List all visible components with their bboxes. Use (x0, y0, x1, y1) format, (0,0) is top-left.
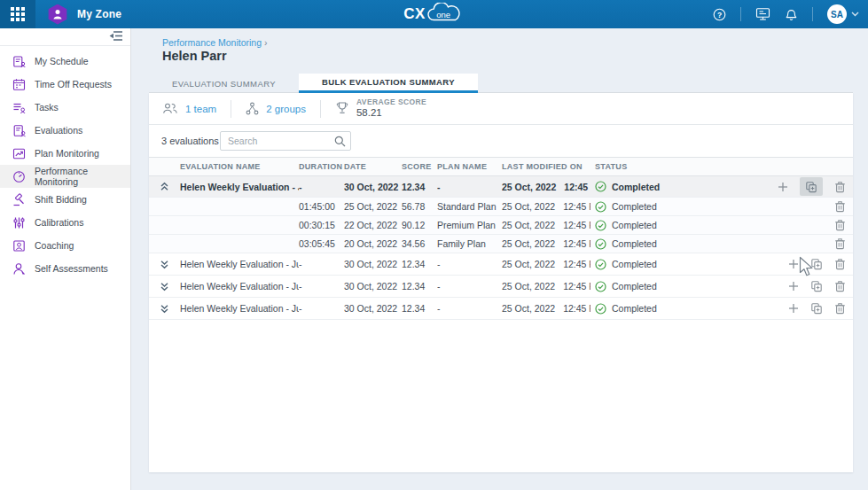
app-launcher-grid-icon (11, 7, 25, 21)
trophy-icon (335, 101, 349, 115)
copy-evaluation-button[interactable] (810, 302, 823, 315)
summary-stats: 1 team 2 groups (149, 93, 853, 125)
trash-icon (834, 302, 846, 315)
col-score: SCORE (402, 162, 437, 171)
table-subrow[interactable]: 00:30:15 22 Oct, 2022 90.12 Premium Plan… (149, 216, 853, 235)
plus-icon (778, 182, 788, 192)
sidebar-item-plan-monitoring[interactable]: Plan Monitoring (0, 142, 130, 165)
expand-row-icon[interactable] (149, 282, 180, 292)
sidebar-item-tasks[interactable]: Tasks (0, 96, 130, 119)
logo-one-text: one (436, 10, 450, 19)
tab-evaluation-summary[interactable]: EVALUATION SUMMARY (149, 74, 299, 93)
sidebar-item-time-off-requests[interactable]: Time Off Requests (0, 73, 130, 96)
average-score-value: 58.21 (356, 107, 426, 119)
check-circle-icon (595, 201, 606, 213)
copy-evaluation-button[interactable] (800, 177, 823, 196)
average-score-label: AVERAGE SCORE (356, 98, 426, 107)
check-circle-icon (595, 281, 606, 292)
status-badge: Completed (590, 238, 727, 250)
gavel-icon (12, 193, 26, 206)
check-circle-icon (595, 220, 606, 231)
table-subrow[interactable]: 03:05:45 20 Oct, 2022 34.56 Family Plan … (149, 235, 853, 253)
collapse-row-icon[interactable] (149, 182, 180, 191)
app-launcher-button[interactable] (0, 0, 35, 28)
sidebar-item-shift-bidding[interactable]: Shift Bidding (0, 188, 130, 211)
collapse-panel-icon[interactable] (109, 29, 123, 45)
status-badge: Completed (590, 281, 727, 292)
copy-icon (810, 302, 823, 315)
schedule-icon (12, 55, 26, 68)
copy-icon (805, 181, 817, 193)
notifications-bell-icon[interactable] (785, 7, 798, 21)
sidebar-item-self-assessments[interactable]: Self Assessments (0, 257, 130, 280)
chevron-down-icon (851, 12, 859, 17)
performance-gauge-icon (12, 170, 26, 183)
evaluation-name: Helen Weekly Evaluation - June... (180, 182, 299, 192)
check-circle-icon (595, 181, 606, 192)
col-last-modified-on: LAST MODIFIED ON (502, 162, 590, 171)
add-evaluation-button[interactable] (778, 182, 788, 192)
user-menu[interactable]: SA (827, 4, 859, 24)
sidebar-item-calibrations[interactable]: Calibrations (0, 211, 130, 234)
evaluations-count: 3 evaluations (161, 136, 220, 146)
add-evaluation-button[interactable] (788, 303, 799, 314)
table-row[interactable]: Helen Weekly Evaluation - June 20 - 30 O… (149, 298, 853, 320)
help-icon[interactable]: ? (713, 8, 726, 21)
average-score: AVERAGE SCORE 58.21 (335, 98, 426, 119)
trash-icon (834, 258, 846, 270)
evaluation-name: Helen Weekly Evaluation - June 20 (180, 303, 299, 314)
status-badge: Completed (590, 303, 727, 315)
groups-link[interactable]: 2 groups (246, 102, 306, 115)
check-circle-icon (595, 238, 606, 250)
person-icon (12, 262, 26, 276)
trash-icon (834, 237, 846, 250)
screen: My Zone CX one ? (0, 0, 868, 490)
divider (812, 7, 813, 21)
sidebar-item-evaluations[interactable]: Evaluations (0, 119, 130, 142)
divider (740, 7, 741, 21)
copy-evaluation-button[interactable] (810, 258, 823, 270)
delete-evaluation-button[interactable] (834, 258, 846, 270)
breadcrumb[interactable]: Performance Monitoring› (162, 37, 268, 48)
sidebar-item-my-schedule[interactable]: My Schedule (0, 50, 130, 73)
table-row[interactable]: Helen Weekly Evaluation - June... - 30 O… (149, 176, 853, 198)
groups-icon (246, 102, 259, 115)
screen-monitor-icon[interactable] (755, 7, 770, 21)
product-title: My Zone (77, 8, 121, 20)
table-subrow[interactable]: 01:45:00 25 Oct, 2022 56.78 Standard Pla… (149, 198, 853, 216)
table-row[interactable]: Helen Weekly Evaluation - June 20 - 30 O… (149, 276, 853, 298)
delete-evaluation-button[interactable] (834, 200, 846, 213)
expand-row-icon[interactable] (149, 260, 180, 269)
tab-bar: EVALUATION SUMMARY BULK EVALUATION SUMMA… (149, 74, 853, 93)
delete-evaluation-button[interactable] (834, 237, 846, 250)
tab-bulk-evaluation-summary[interactable]: BULK EVALUATION SUMMARY (299, 74, 478, 93)
svg-text:?: ? (717, 10, 722, 19)
delete-evaluation-button[interactable] (834, 280, 846, 292)
copy-evaluation-button[interactable] (810, 280, 823, 292)
delete-evaluation-button[interactable] (834, 181, 846, 193)
add-evaluation-button[interactable] (788, 259, 799, 269)
copy-icon (810, 280, 823, 292)
expand-row-icon[interactable] (149, 304, 180, 314)
cxone-logo: CX one (403, 0, 465, 28)
search-icon (334, 135, 346, 151)
divider (320, 100, 321, 118)
col-plan-name: PLAN NAME (437, 162, 502, 171)
table-row[interactable]: Helen Weekly Evaluation - June 20 - 30 O… (149, 253, 853, 276)
sidebar-item-performance-monitoring[interactable]: Performance Monitoring (0, 165, 130, 188)
search-box (220, 131, 351, 151)
my-zone-hexagon-icon (47, 4, 68, 25)
check-circle-icon (595, 303, 606, 315)
team-link[interactable]: 1 team (162, 102, 216, 115)
evaluations-table: EVALUATION NAME DURATION DATE SCORE PLAN… (149, 157, 853, 320)
sidebar-item-coaching[interactable]: Coaching (0, 234, 130, 257)
delete-evaluation-button[interactable] (834, 302, 846, 315)
plus-icon (788, 281, 799, 292)
calendar-icon (12, 78, 26, 91)
search-input[interactable] (220, 131, 351, 151)
copy-icon (810, 258, 823, 270)
delete-evaluation-button[interactable] (834, 219, 846, 231)
check-circle-icon (595, 259, 606, 270)
content-card: 1 team 2 groups (149, 93, 853, 472)
add-evaluation-button[interactable] (788, 281, 799, 292)
